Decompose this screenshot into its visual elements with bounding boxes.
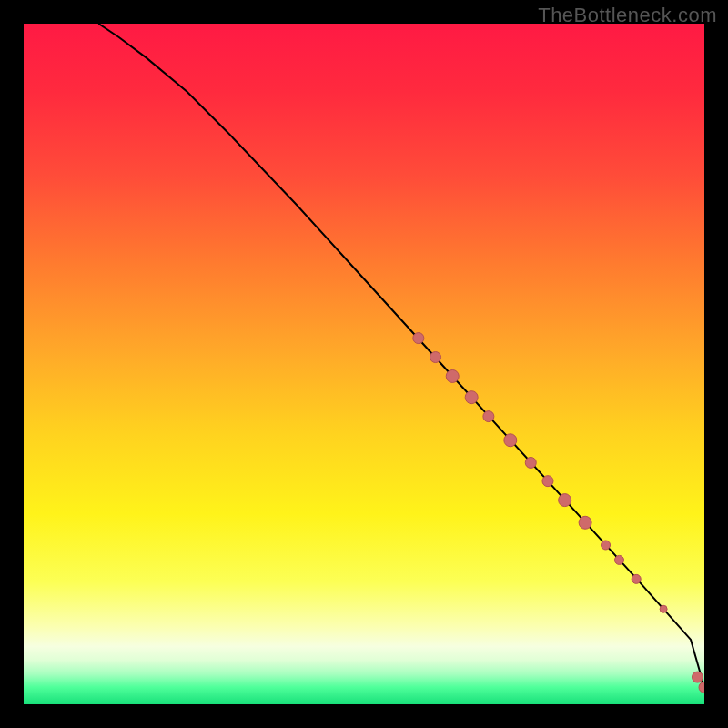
data-point: [542, 476, 553, 487]
data-point: [465, 391, 478, 404]
plot-area: [24, 24, 704, 704]
watermark-text: TheBottleneck.com: [538, 4, 717, 27]
data-point: [446, 369, 459, 382]
data-point: [483, 411, 494, 422]
data-point: [602, 541, 611, 550]
data-point: [430, 352, 441, 363]
plot-svg: [24, 24, 704, 704]
data-point: [525, 457, 536, 468]
data-point: [632, 574, 641, 583]
data-point: [413, 333, 424, 344]
data-point: [504, 434, 517, 447]
gradient-background: [24, 24, 704, 704]
chart-stage: TheBottleneck.com: [0, 0, 728, 728]
data-point: [579, 516, 592, 529]
data-point: [559, 494, 571, 507]
data-point: [693, 672, 703, 682]
data-point: [660, 605, 667, 612]
data-point: [615, 555, 624, 564]
